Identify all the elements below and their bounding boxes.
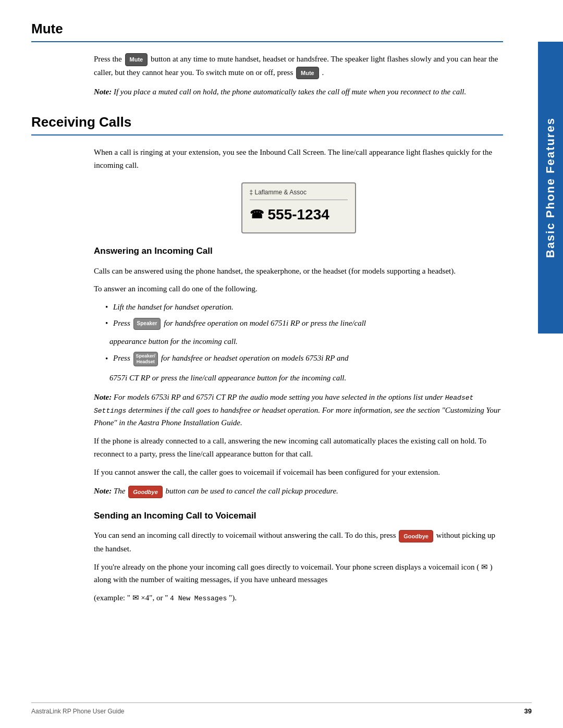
sidebar-label: Basic Phone Features: [538, 42, 563, 334]
sending-para1: You can send an incoming call directly t…: [94, 529, 503, 555]
answering-para4: If you cannot answer the call, the calle…: [94, 466, 503, 479]
answering-subsection: Answering an Incoming Call Calls can be …: [94, 244, 503, 498]
mute-para1-end: .: [322, 68, 324, 77]
answering-note2: Note: For models 6753i RP and 6757i CT R…: [94, 391, 503, 429]
sending-example: (example: " ✉ ×4", or " 4 New Messages "…: [94, 591, 503, 604]
mute-note-text: If you place a muted call on hold, the p…: [114, 88, 466, 96]
sending-subsection-title: Sending an Incoming Call to Voicemail: [94, 509, 503, 523]
phone-screen-header: ‡ Laflamme & Assoc: [250, 188, 348, 200]
sidebar-label-text: Basic Phone Features: [544, 117, 557, 258]
mute-button-inline2: Mute: [296, 67, 319, 79]
main-content: Mute Press the Mute button at any time t…: [31, 21, 503, 604]
page-container: Basic Phone Features Mute Press the Mute…: [0, 0, 563, 728]
sending-example-end: ").: [229, 594, 237, 602]
goodbye-button-inline2: Goodbye: [399, 530, 433, 542]
answering-note3: Note: The Goodbye button can be used to …: [94, 485, 503, 498]
sending-para2-text: If you're already on the phone your inco…: [94, 563, 493, 584]
answering-para3: If the phone is already connected to a c…: [94, 435, 503, 461]
answering-bullet-list: Lift the handset for handset operation. …: [99, 301, 503, 330]
page-footer: AastraLink RP Phone User Guide 39: [31, 702, 532, 715]
speaker-headset-button-inline: Speaker/Headset: [133, 352, 158, 366]
answering-note2-text: For models 6753i RP and 6757i CT RP the …: [114, 393, 445, 401]
bullet3-before: Press: [113, 354, 132, 363]
receiving-text-block: When a call is ringing at your extension…: [94, 146, 503, 604]
bullet-item-2: Press Speaker for handsfree operation on…: [99, 317, 503, 330]
sending-para1-text: You can send an incoming call directly t…: [94, 531, 398, 539]
phone-screen-header-text: Laflamme & Assoc: [255, 189, 307, 196]
answering-bullet-list-2: Press Speaker/Headset for handsfree or h…: [99, 352, 503, 366]
footer-guide-title: AastraLink RP Phone User Guide: [31, 708, 125, 715]
bullet3-indent: 6757i CT RP or press the line/call appea…: [109, 372, 503, 385]
receiving-intro: When a call is ringing at your extension…: [94, 146, 503, 172]
phone-screen-header-symbol: ‡: [250, 189, 255, 196]
sending-subsection: Sending an Incoming Call to Voicemail Yo…: [94, 509, 503, 604]
sending-example-mono: 4 New Messages: [170, 595, 227, 602]
phone-screen-mockup: ‡ Laflamme & Assoc ☎ 555-1234: [241, 182, 356, 234]
bullet1-text: Lift the handset for handset operation.: [113, 303, 234, 311]
bullet2-after: for handsfree operation on model 6751i R…: [164, 319, 366, 327]
answering-note3-text: The: [114, 487, 127, 495]
phone-screen-number: ☎ 555-1234: [250, 203, 348, 227]
answering-para1: Calls can be answered using the phone ha…: [94, 265, 503, 278]
bullet2-indent: appearance button for the incoming call.: [109, 335, 503, 348]
mute-text-block: Press the Mute button at any time to mut…: [94, 53, 503, 98]
bullet-item-3: Press Speaker/Headset for handsfree or h…: [99, 352, 503, 366]
phone-handset-icon: ☎: [250, 205, 264, 224]
answering-para2: To answer an incoming call do one of the…: [94, 282, 503, 295]
bullet2-indent-text: appearance button for the incoming call.: [109, 337, 238, 346]
answering-note2-text2: determines if the call goes to handsfree…: [94, 406, 500, 427]
phone-screen-digits: 555-1234: [268, 203, 329, 227]
bullet3-after: for handsfree or headset operation on mo…: [161, 354, 349, 363]
answering-note3-bold: Note:: [94, 487, 112, 495]
section-receiving: Receiving Calls When a call is ringing a…: [31, 114, 503, 604]
mute-paragraph1: Press the Mute button at any time to mut…: [94, 53, 503, 79]
mute-button-inline1: Mute: [125, 53, 148, 66]
sending-para2: If you're already on the phone your inco…: [94, 561, 503, 587]
receiving-section-title: Receiving Calls: [31, 114, 503, 135]
mute-note-bold: Note:: [94, 88, 112, 96]
footer-page-number: 39: [524, 707, 532, 715]
section-mute: Mute Press the Mute button at any time t…: [31, 21, 503, 98]
answering-note3-text2: button can be used to cancel the call pi…: [166, 487, 338, 495]
speaker-button-inline: Speaker: [133, 318, 161, 330]
bullet-item-1: Lift the handset for handset operation.: [99, 301, 503, 314]
bullet2-before: Press: [113, 319, 132, 327]
goodbye-button-inline1: Goodbye: [128, 486, 163, 498]
sending-example-text: (example: " ✉ ×4", or ": [94, 594, 168, 602]
answering-note2-bold: Note:: [94, 393, 112, 401]
bullet3-indent-text: 6757i CT RP or press the line/call appea…: [109, 374, 346, 382]
mute-section-title: Mute: [31, 21, 503, 42]
mute-note: Note: If you place a muted call on hold,…: [94, 85, 503, 98]
mute-para1-before: Press the: [94, 55, 122, 63]
answering-subsection-title: Answering an Incoming Call: [94, 244, 503, 258]
